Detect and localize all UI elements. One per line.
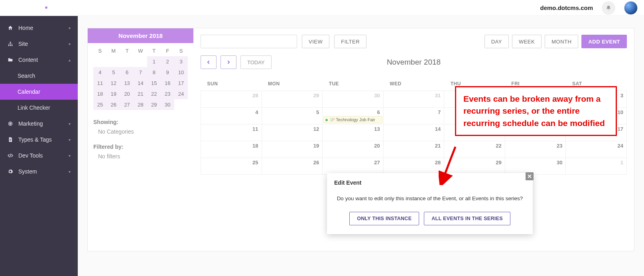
svg-point-3 [12, 45, 13, 46]
folder-icon [7, 57, 14, 63]
mini-cal-day[interactable]: 22 [147, 89, 161, 99]
mini-cal-day[interactable]: 24 [174, 89, 188, 99]
mini-cal-day [174, 99, 188, 110]
calendar-day-cell[interactable]: 28 [383, 158, 444, 175]
calendar-day-cell[interactable]: 24 [566, 141, 627, 158]
calendar-day-cell[interactable]: 7 [383, 108, 444, 124]
month-view-button[interactable]: MONTH [545, 35, 578, 48]
mini-cal-day[interactable]: 29 [147, 99, 161, 110]
mini-cal-day[interactable]: 5 [107, 67, 120, 78]
chevron-up-icon: ▴ [69, 58, 71, 62]
showing-label: Showing: [93, 119, 188, 125]
mini-cal-day [93, 56, 107, 67]
mini-cal-day[interactable]: 28 [134, 99, 148, 110]
view-button[interactable]: VIEW [302, 35, 329, 48]
sidebar-item-link-checker[interactable]: Link Checker [0, 100, 78, 116]
mini-cal-day[interactable]: 13 [120, 78, 134, 89]
sidebar-item-home[interactable]: Home▾ [0, 20, 78, 36]
week-view-button[interactable]: WEEK [512, 35, 542, 48]
day-view-button[interactable]: DAY [484, 35, 509, 48]
calendar-day-cell[interactable]: 30 [323, 91, 384, 108]
calendar-day-cell[interactable]: 11 [201, 124, 262, 141]
mini-cal-day[interactable]: 4 [93, 67, 107, 78]
notifications-icon[interactable] [602, 1, 615, 15]
mini-cal-day[interactable]: 10 [174, 67, 188, 78]
mini-cal-day[interactable]: 3 [174, 56, 188, 67]
calendar-day-cell[interactable]: 14 [383, 124, 444, 141]
chevron-down-icon: ▾ [69, 154, 71, 158]
calendar-day-cell[interactable]: 4 [201, 108, 262, 124]
edit-event-dialog: Edit Event Do you want to edit only this… [327, 173, 533, 234]
calendar-day-cell[interactable]: 23 [505, 141, 566, 158]
mini-cal-day[interactable]: 11 [93, 78, 107, 89]
mini-cal-day[interactable]: 15 [147, 78, 161, 89]
filtered-by-value: No filters [93, 150, 188, 160]
calendar-day-cell[interactable]: 28 [201, 91, 262, 108]
site-domain: demo.dotcms.com [540, 4, 593, 11]
back-icon[interactable] [11, 4, 18, 13]
mini-cal-day[interactable]: 18 [93, 89, 107, 99]
mini-cal-day[interactable]: 23 [161, 89, 174, 99]
mini-cal-day[interactable]: 20 [120, 89, 134, 99]
sidebar-item-types-tags[interactable]: Types & Tags▾ [0, 132, 78, 148]
mini-cal-day[interactable]: 30 [161, 99, 174, 110]
mini-cal-day[interactable]: 14 [134, 78, 148, 89]
sidebar-item-content[interactable]: Content▴ [0, 52, 78, 68]
mini-cal-day[interactable]: 6 [120, 67, 134, 78]
calendar-day-cell[interactable]: 18 [201, 141, 262, 158]
sidebar-item-marketing[interactable]: Marketing▾ [0, 116, 78, 132]
all-events-in-series-button[interactable]: ALL EVENTS IN THE SERIES [424, 212, 510, 225]
calendar-day-cell[interactable]: 19 [262, 141, 323, 158]
mini-cal-day[interactable]: 17 [174, 78, 188, 89]
gear-icon [7, 169, 14, 174]
add-event-button[interactable]: ADD EVENT [581, 35, 627, 48]
showing-value: No Categories [93, 125, 188, 135]
mini-cal-day[interactable]: 2 [161, 56, 174, 67]
sidebar-item-site[interactable]: Site▾ [0, 36, 78, 52]
mini-cal-day[interactable]: 12 [107, 78, 120, 89]
user-avatar[interactable] [624, 1, 638, 15]
mini-cal-day[interactable]: 26 [107, 99, 120, 110]
mini-cal-day[interactable]: 27 [120, 99, 134, 110]
mini-calendar[interactable]: SMTWTFS123456789101112131415161718192021… [93, 45, 188, 110]
calendar-day-cell[interactable]: 1 [566, 158, 627, 175]
calendar-day-cell[interactable]: 29 [262, 91, 323, 108]
mini-cal-day[interactable]: 16 [161, 78, 174, 89]
mini-cal-day [120, 56, 134, 67]
sidebar-item-calendar[interactable]: Calendar [0, 84, 78, 100]
mini-cal-day[interactable]: 21 [134, 89, 148, 99]
dialog-title: Edit Event [327, 173, 533, 190]
mini-cal-day[interactable]: 19 [107, 89, 120, 99]
calendar-day-cell[interactable]: 6 1P Technology Job Fair [323, 108, 384, 124]
topbar: demo.dotcms.com [0, 0, 644, 16]
mini-cal-day[interactable]: 1 [147, 56, 161, 67]
annotation-arrow-icon [439, 145, 459, 185]
mini-cal-day[interactable]: 8 [147, 67, 161, 78]
target-icon [7, 121, 14, 126]
calendar-day-cell[interactable]: 30 [505, 158, 566, 175]
calendar-day-cell[interactable]: 12 [262, 124, 323, 141]
calendar-day-cell[interactable]: 26 [262, 158, 323, 175]
calendar-day-cell[interactable]: 21 [383, 141, 444, 158]
sidebar-item-search[interactable]: Search [0, 68, 78, 84]
calendar-day-cell[interactable]: 13 [323, 124, 384, 141]
calendar-day-cell[interactable]: 25 [201, 158, 262, 175]
sidebar-item-dev-tools[interactable]: Dev Tools▾ [0, 148, 78, 164]
dialog-close-button[interactable] [526, 172, 534, 180]
mini-cal-day[interactable]: 25 [93, 99, 107, 110]
sidebar-item-system[interactable]: System▾ [0, 164, 78, 179]
file-icon [7, 137, 14, 142]
search-input[interactable] [201, 35, 297, 48]
calendar-day-cell[interactable]: 20 [323, 141, 384, 158]
code-icon [7, 153, 14, 158]
mini-calendar-title: November 2018 [88, 28, 193, 43]
calendar-day-cell[interactable]: 27 [323, 158, 384, 175]
only-this-instance-button[interactable]: ONLY THIS INSTANCE [349, 212, 419, 225]
calendar-day-cell[interactable]: 5 [262, 108, 323, 124]
mini-cal-day[interactable]: 7 [134, 67, 148, 78]
svg-point-6 [10, 123, 10, 124]
calendar-day-cell[interactable]: 31 [383, 91, 444, 108]
mini-cal-day[interactable]: 9 [161, 67, 174, 78]
calendar-event[interactable]: 1P Technology Job Fair [323, 116, 382, 123]
filter-button[interactable]: FILTER [334, 35, 366, 48]
